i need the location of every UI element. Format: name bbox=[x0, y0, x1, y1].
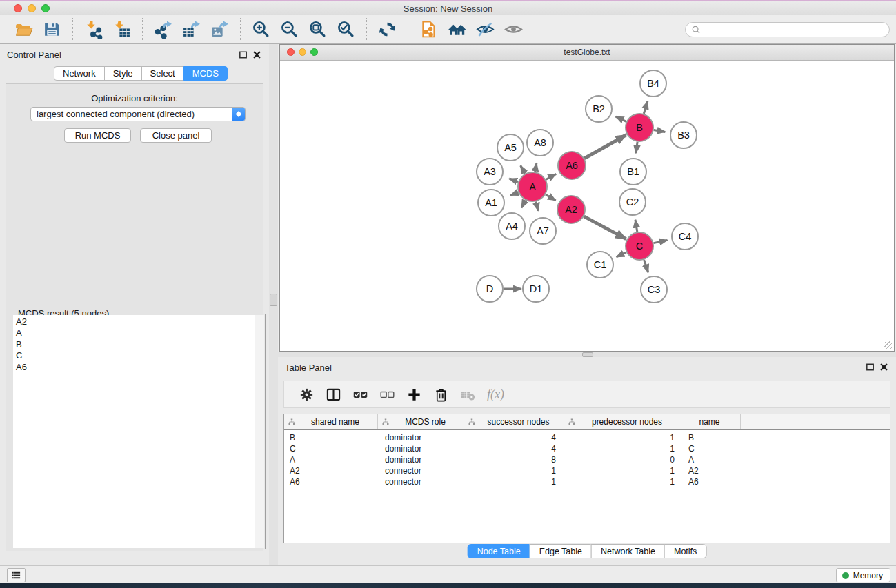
search-input[interactable] bbox=[704, 24, 884, 35]
toggle-columns-button[interactable] bbox=[326, 385, 341, 403]
edge-A6-B[interactable] bbox=[584, 135, 626, 159]
mcds-result-item[interactable]: A bbox=[16, 327, 255, 338]
result-list-scrollbar[interactable] bbox=[255, 315, 264, 548]
node-C1[interactable]: C1 bbox=[587, 252, 613, 278]
column-header-name[interactable]: name bbox=[681, 414, 741, 429]
column-header-shared-name[interactable]: shared name bbox=[284, 414, 378, 429]
node-D1[interactable]: D1 bbox=[523, 276, 549, 302]
zoom-selected-button[interactable] bbox=[336, 19, 356, 39]
tab-mcds[interactable]: MCDS bbox=[183, 66, 228, 81]
edge-B-B3[interactable] bbox=[654, 130, 666, 132]
save-session-button[interactable] bbox=[42, 19, 62, 39]
edge-B-B2[interactable] bbox=[616, 116, 626, 121]
edge-C-C2[interactable] bbox=[635, 220, 637, 232]
zoom-fit-button[interactable] bbox=[308, 19, 328, 39]
edge-A-A7[interactable] bbox=[536, 201, 538, 210]
export-table-button[interactable] bbox=[181, 19, 201, 39]
edge-A2-C[interactable] bbox=[584, 216, 626, 239]
tab-network[interactable]: Network bbox=[54, 66, 105, 81]
node-B2[interactable]: B2 bbox=[586, 96, 612, 122]
table-row[interactable]: Cdominator41C bbox=[284, 443, 890, 454]
node-A3[interactable]: A3 bbox=[477, 159, 503, 185]
tab-motifs[interactable]: Motifs bbox=[664, 544, 706, 558]
memory-button[interactable]: Memory bbox=[836, 568, 890, 582]
float-table-panel-button[interactable] bbox=[865, 362, 875, 372]
node-B1[interactable]: B1 bbox=[620, 159, 646, 185]
node-A8[interactable]: A8 bbox=[527, 130, 553, 156]
mcds-result-item[interactable]: A6 bbox=[16, 362, 255, 373]
edge-A-A4[interactable] bbox=[521, 201, 526, 208]
node-C4[interactable]: C4 bbox=[672, 223, 698, 250]
table-settings-button[interactable] bbox=[299, 385, 315, 403]
run-mcds-button[interactable]: Run MCDS bbox=[64, 128, 131, 143]
delete-column-button[interactable] bbox=[433, 385, 449, 403]
edge-C-C1[interactable] bbox=[617, 252, 627, 257]
add-column-button[interactable] bbox=[406, 385, 422, 403]
zoom-in-button[interactable] bbox=[251, 19, 271, 39]
search-box[interactable] bbox=[685, 22, 890, 37]
export-network-button[interactable] bbox=[153, 19, 173, 39]
mcds-result-item[interactable]: B bbox=[16, 339, 255, 350]
float-panel-button[interactable] bbox=[238, 50, 248, 60]
column-header-successor-nodes[interactable]: successor nodes bbox=[464, 414, 564, 429]
node-A4[interactable]: A4 bbox=[499, 213, 525, 239]
zoom-out-button[interactable] bbox=[279, 19, 299, 39]
import-table-button[interactable] bbox=[112, 19, 132, 39]
edge-A-A3[interactable] bbox=[509, 179, 518, 182]
open-session-button[interactable] bbox=[14, 19, 34, 39]
close-panel-action-button[interactable]: Close panel bbox=[140, 128, 212, 143]
resize-grip-icon[interactable] bbox=[884, 341, 893, 349]
manage-networks-button[interactable] bbox=[419, 19, 439, 39]
node-A5[interactable]: A5 bbox=[497, 134, 524, 161]
hide-unselected-button[interactable] bbox=[475, 19, 495, 39]
divider-handle[interactable] bbox=[270, 294, 277, 306]
node-D[interactable]: D bbox=[477, 276, 503, 302]
edge-C-C3[interactable] bbox=[644, 260, 648, 272]
node-A6[interactable]: A6 bbox=[558, 152, 586, 179]
edge-A-A8[interactable] bbox=[535, 163, 537, 172]
edge-A-A2[interactable] bbox=[546, 194, 556, 201]
node-A7[interactable]: A7 bbox=[530, 218, 556, 244]
edge-A-A6[interactable] bbox=[546, 174, 556, 179]
node-A1[interactable]: A1 bbox=[478, 190, 504, 216]
home-button[interactable] bbox=[447, 19, 467, 39]
criterion-dropdown[interactable]: largest connected component (directed) bbox=[30, 107, 246, 121]
show-panels-button[interactable] bbox=[7, 568, 26, 582]
tab-edge-table[interactable]: Edge Table bbox=[530, 544, 592, 558]
edge-A-A5[interactable] bbox=[521, 165, 526, 174]
table-row[interactable]: Adominator80A bbox=[284, 454, 890, 465]
deselect-all-rows-button[interactable] bbox=[379, 385, 395, 403]
table-row[interactable]: A2connector11A2 bbox=[284, 465, 890, 476]
import-network-button[interactable] bbox=[83, 19, 103, 39]
node-B[interactable]: B bbox=[626, 114, 653, 141]
tab-style[interactable]: Style bbox=[104, 66, 142, 81]
edge-A-A1[interactable] bbox=[510, 192, 519, 195]
vertical-split-divider[interactable] bbox=[269, 44, 278, 565]
mcds-result-item[interactable]: A2 bbox=[16, 316, 255, 327]
node-B3[interactable]: B3 bbox=[670, 122, 697, 148]
edge-C-C4[interactable] bbox=[654, 240, 668, 243]
horizontal-split-divider[interactable] bbox=[278, 352, 896, 357]
node-C3[interactable]: C3 bbox=[641, 276, 667, 303]
close-panel-button[interactable] bbox=[252, 50, 262, 60]
column-header-predecessor-nodes[interactable]: predecessor nodes bbox=[564, 414, 681, 429]
edge-B-B1[interactable] bbox=[636, 142, 637, 154]
close-table-panel-button[interactable] bbox=[879, 362, 889, 372]
mcds-result-item[interactable]: C bbox=[16, 350, 255, 361]
tab-network-table[interactable]: Network Table bbox=[591, 544, 665, 558]
show-all-button[interactable] bbox=[504, 19, 524, 39]
select-all-rows-button[interactable] bbox=[352, 385, 368, 403]
edge-B-B4[interactable] bbox=[644, 101, 648, 114]
node-A[interactable]: A bbox=[518, 172, 547, 201]
table-row[interactable]: A6connector11A6 bbox=[284, 476, 890, 487]
refresh-layout-button[interactable] bbox=[377, 19, 397, 39]
tab-node-table[interactable]: Node Table bbox=[468, 544, 530, 558]
node-C[interactable]: C bbox=[626, 232, 653, 260]
node-A2[interactable]: A2 bbox=[557, 196, 585, 223]
table-row[interactable]: Bdominator41B bbox=[284, 432, 890, 443]
export-image-button[interactable] bbox=[210, 19, 230, 39]
node-B4[interactable]: B4 bbox=[640, 70, 666, 97]
column-header-mcds-role[interactable]: MCDS role bbox=[378, 414, 464, 429]
tab-select[interactable]: Select bbox=[141, 66, 184, 81]
network-canvas[interactable]: ABCA6A2A5A8A3A1A4A7B2B4B3B1C2C4C1C3DD1 bbox=[280, 61, 894, 351]
